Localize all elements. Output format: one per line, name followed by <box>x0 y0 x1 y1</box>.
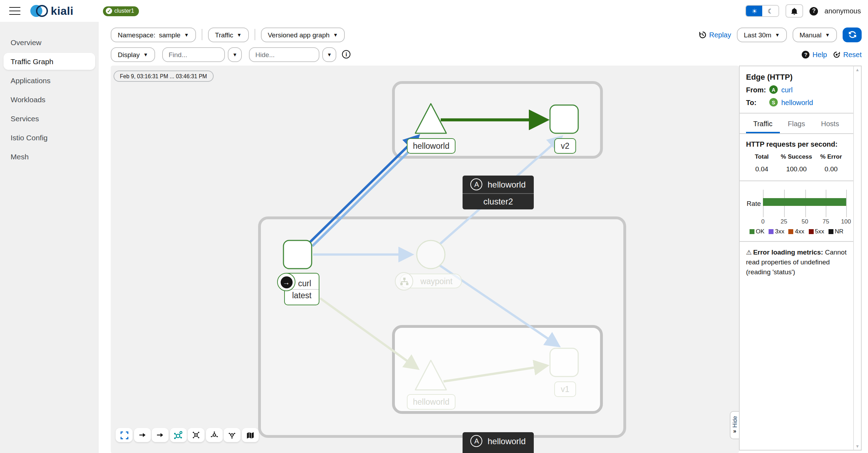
question-circle-icon: ? <box>802 50 810 58</box>
sidebar: Overview Traffic Graph Applications Work… <box>0 22 99 453</box>
sidebar-item-istio-config[interactable]: Istio Config <box>4 129 95 146</box>
arrow-right-icon: → <box>280 276 292 288</box>
refresh-button[interactable] <box>843 27 862 42</box>
label-app-helloworld-top[interactable]: helloworld <box>407 138 456 154</box>
arrow-right-icon <box>138 431 146 439</box>
edge-helloworld-app-v1[interactable] <box>444 366 545 381</box>
hover-badge-helloworld-cluster2: A helloworld cluster2 <box>463 176 534 209</box>
sidebar-item-applications[interactable]: Applications <box>4 72 95 89</box>
chevron-down-icon: ▼ <box>237 32 242 37</box>
label-app-helloworld-bottom[interactable]: helloworld <box>407 394 456 410</box>
from-node-link[interactable]: curl <box>781 86 793 93</box>
traffic-table: Total % Success % Error 0.04 100.00 0.00 <box>746 153 847 174</box>
layout-button-3[interactable] <box>206 428 222 442</box>
value-total: 0.04 <box>746 165 777 174</box>
waypoint-badge <box>395 272 413 290</box>
replay-link[interactable]: Replay <box>698 31 731 38</box>
cluster-status-badge[interactable]: ✓ cluster1 <box>103 6 139 16</box>
toolbar-divider <box>202 29 202 40</box>
help-link[interactable]: ? Help <box>802 50 827 58</box>
tick-label: 0 <box>761 218 764 225</box>
legend-button[interactable] <box>242 428 258 442</box>
find-input[interactable] <box>162 47 225 62</box>
moon-icon: ☾ <box>768 7 774 14</box>
help-icon[interactable]: ? <box>810 7 818 15</box>
scroll-down-icon[interactable]: ▼ <box>855 444 860 448</box>
scroll-up-icon[interactable]: ▲ <box>855 68 860 72</box>
reset-label: Reset <box>843 50 862 58</box>
duration-value: Last 30m <box>744 31 771 38</box>
to-node-link[interactable]: helloworld <box>781 98 813 106</box>
edge-curl-helloworld-selected[interactable] <box>310 137 417 243</box>
sidebar-item-traffic-graph[interactable]: Traffic Graph <box>4 53 95 70</box>
tab-hosts[interactable]: Hosts <box>813 115 847 133</box>
graph-toolbar-primary: Namespace: sample ▼ Traffic ▼ Versioned … <box>111 27 862 42</box>
chart-bar-ok <box>763 198 846 206</box>
edge-selected-highlight[interactable] <box>312 142 418 246</box>
tick-label: 25 <box>781 218 787 225</box>
node-app-helloworld-bottom[interactable] <box>415 360 446 390</box>
layout-button-4[interactable] <box>224 428 240 442</box>
hide-options-button[interactable]: ▼ <box>322 47 336 62</box>
chart-category-label: Rate <box>746 200 763 225</box>
traffic-dropdown[interactable]: Traffic ▼ <box>208 27 249 42</box>
chevron-down-icon: ▼ <box>825 32 830 37</box>
node-version-v2[interactable] <box>550 105 578 133</box>
node-waypoint[interactable] <box>417 240 445 269</box>
topology-icon <box>210 431 218 439</box>
duration-dropdown[interactable]: Last 30m ▼ <box>737 27 787 42</box>
sidebar-item-workloads[interactable]: Workloads <box>4 91 95 108</box>
label-version-v1[interactable]: v1 <box>554 381 576 397</box>
hide-panel-tab[interactable]: Hide » <box>730 411 739 439</box>
legend-item-3xx: 3xx <box>769 228 784 235</box>
zoom-to-fit-button[interactable] <box>116 428 133 442</box>
graph-time-range-badge: Feb 9, 03:16:31 PM ... 03:46:31 PM <box>114 71 213 82</box>
tab-flags[interactable]: Flags <box>780 115 813 133</box>
chevron-down-icon: ▼ <box>184 32 189 37</box>
chart-plot <box>763 190 847 215</box>
traffic-label: Traffic <box>215 31 233 38</box>
masthead: kiali ✓ cluster1 ☀ ☾ ? anonymous <box>0 0 868 22</box>
error-title: Error loading metrics: <box>753 248 823 256</box>
from-label: From: <box>746 86 766 93</box>
bell-icon <box>791 7 799 15</box>
edge-curl-helloworld-v1-app[interactable] <box>320 298 416 367</box>
reset-settings-icon <box>833 50 841 58</box>
tab-traffic[interactable]: Traffic <box>746 115 780 133</box>
hamburger-menu-icon[interactable] <box>9 7 20 15</box>
info-icon[interactable]: i <box>342 50 350 59</box>
to-label: To: <box>746 98 766 106</box>
hide-input[interactable] <box>249 47 319 62</box>
tick-label: 75 <box>823 218 829 225</box>
light-theme-button[interactable]: ☀ <box>746 6 763 16</box>
layout-dagre-button-active[interactable] <box>170 428 187 442</box>
map-icon <box>246 431 254 439</box>
graph-controls-toolbar <box>116 428 258 442</box>
layout-button-2[interactable] <box>188 428 204 442</box>
current-user: anonymous <box>825 7 861 15</box>
node-workload-curl[interactable] <box>283 240 312 269</box>
find-options-button[interactable]: ▼ <box>228 47 242 62</box>
sidebar-item-services[interactable]: Services <box>4 110 95 127</box>
display-dropdown[interactable]: Display ▼ <box>111 47 155 62</box>
main-content: Namespace: sample ▼ Traffic ▼ Versioned … <box>99 22 868 453</box>
panel-scrollbar[interactable]: ▲ ▼ <box>853 66 861 450</box>
summary-panel: Edge (HTTP) From: A curl To: S helloworl… <box>739 66 862 451</box>
legend-item-ok: OK <box>750 228 765 235</box>
edge-mode-button-2[interactable] <box>152 428 169 442</box>
reset-link[interactable]: Reset <box>833 50 862 58</box>
refresh-mode-dropdown[interactable]: Manual ▼ <box>793 27 837 42</box>
edge-mode-button-1[interactable] <box>134 428 151 442</box>
namespace-dropdown[interactable]: Namespace: sample ▼ <box>111 27 196 42</box>
replay-label: Replay <box>709 31 731 38</box>
graph-canvas[interactable]: Feb 9, 03:16:31 PM ... 03:46:31 PM <box>111 66 739 453</box>
cluster-badge-label: cluster1 <box>114 8 134 14</box>
notifications-button[interactable] <box>786 4 803 18</box>
graph-type-dropdown[interactable]: Versioned app graph ▼ <box>261 27 345 42</box>
panel-tabs: Traffic Flags Hosts <box>746 115 847 133</box>
label-version-v2[interactable]: v2 <box>554 138 576 154</box>
dark-theme-button[interactable]: ☾ <box>763 6 779 16</box>
sidebar-item-mesh[interactable]: Mesh <box>4 148 95 165</box>
node-version-v1[interactable] <box>550 348 578 377</box>
sidebar-item-overview[interactable]: Overview <box>4 34 95 51</box>
